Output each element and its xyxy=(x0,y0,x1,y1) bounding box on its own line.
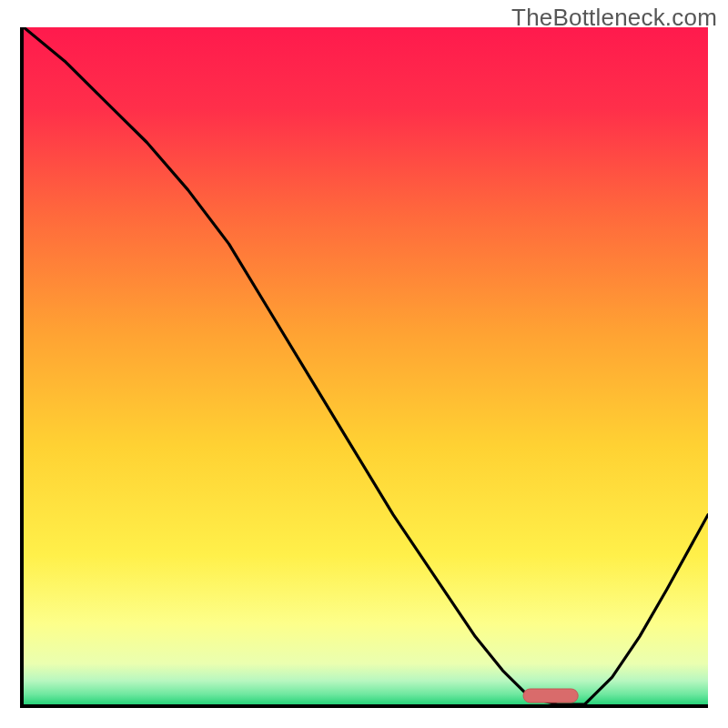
watermark-text: TheBottleneck.com xyxy=(511,4,717,32)
chart-svg xyxy=(24,27,708,704)
optimal-range-marker xyxy=(523,689,578,703)
chart-stage: TheBottleneck.com xyxy=(0,0,728,728)
plot-area xyxy=(20,27,708,708)
gradient-fill xyxy=(24,27,708,704)
